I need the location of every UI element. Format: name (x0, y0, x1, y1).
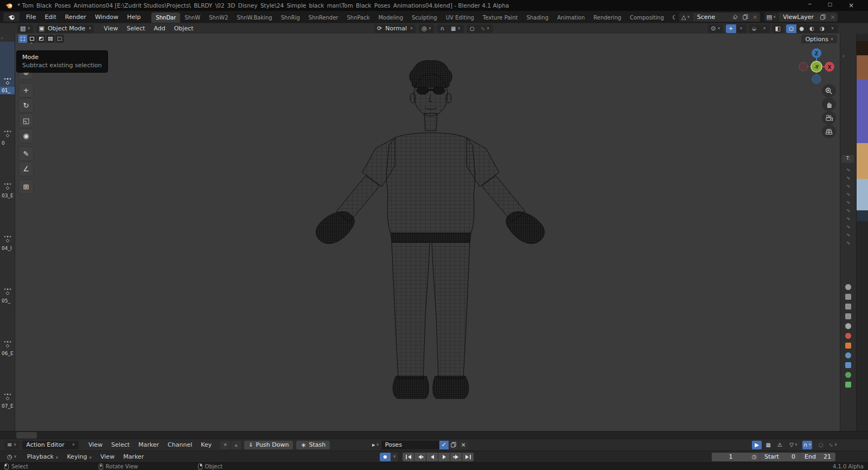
falloff-dropdown[interactable]: ∿∨ (477, 24, 493, 33)
mode-dropdown[interactable]: ▣Object Mode∨ (36, 24, 94, 33)
scene-name[interactable]: Scene (693, 14, 731, 21)
shading-dropdown[interactable]: ∨ (827, 24, 838, 33)
workspace-tab-uvediting[interactable]: UV Editing (442, 12, 478, 23)
snap-dropdown[interactable]: ∩∨ (802, 441, 812, 449)
blender-menu-button[interactable] (3, 12, 20, 22)
pan-button[interactable] (822, 98, 836, 111)
expand-region-arrow[interactable]: › (0, 35, 15, 42)
annotate-tool-button[interactable]: ✎ (18, 146, 34, 161)
workspace-tab-animation[interactable]: Animation (553, 12, 589, 23)
play-button[interactable] (438, 453, 450, 461)
dopesheet-content-strip[interactable] (0, 431, 868, 439)
start-frame-field[interactable]: Start0 (760, 453, 800, 461)
proportional-edit-toggle[interactable]: ○ (816, 441, 826, 449)
action-copy-button[interactable] (449, 441, 458, 449)
workspace-tab-geometrynodes[interactable]: Geometry Nodes (668, 12, 675, 23)
show-hidden-toggle[interactable]: ▦ (763, 441, 773, 449)
keying-set-dropdown[interactable]: ∨ (391, 453, 398, 461)
workspace-tab-modeling[interactable]: Modeling (374, 12, 407, 23)
overlays-dropdown[interactable]: ∨ (760, 24, 770, 33)
only-selected-filter-toggle[interactable]: ▶ (752, 441, 762, 449)
transform-orientation-dropdown[interactable]: ⟳Normal∨ (374, 24, 416, 33)
play-reverse-button[interactable] (426, 453, 438, 461)
dopesheet-channel-box[interactable] (16, 432, 37, 439)
select-mode-new[interactable] (18, 35, 27, 43)
transform-tool-button[interactable]: ◉ (18, 128, 34, 143)
action-name-field[interactable]: Poses (381, 441, 439, 449)
render-tab-icon[interactable] (845, 294, 851, 300)
workspace-tab-shnpack[interactable]: ShnPack (342, 12, 374, 23)
scale-tool-button[interactable]: ◱ (18, 113, 34, 128)
dopesheet-editor-type-button[interactable]: ≡∨ (4, 441, 19, 449)
close-button[interactable]: × (848, 2, 854, 9)
tool-tab-icon[interactable] (845, 284, 851, 290)
constraint-tab-icon[interactable] (845, 372, 851, 378)
show-overlays-toggle[interactable]: ◒ (749, 24, 760, 33)
measure-tool-button[interactable]: ∠ (18, 162, 34, 176)
rotate-tool-button[interactable]: ↻ (18, 98, 34, 113)
pose-asset-item[interactable]: 04_I (0, 199, 15, 252)
workspace-tab-compositing[interactable]: Compositing (626, 12, 668, 23)
dopesheet-mode-dropdown[interactable]: Action Editor∨ (22, 441, 79, 449)
menu-view[interactable]: View (99, 24, 122, 33)
scene-pin-button[interactable] (731, 12, 741, 22)
stash-button[interactable]: ∗Stash (296, 441, 330, 449)
end-frame-field[interactable]: End21 (800, 453, 835, 461)
add-cube-tool-button[interactable]: ⊞ (18, 179, 34, 194)
toggle-ortho-button[interactable] (822, 125, 836, 138)
camera-view-button[interactable] (822, 111, 836, 125)
editor-type-button[interactable]: ▧∨ (17, 24, 33, 33)
shading-rendered-button[interactable]: ◑ (817, 24, 827, 33)
physics-tab-icon[interactable] (845, 362, 851, 368)
output-tab-icon[interactable] (845, 304, 851, 310)
workspace-tab-texturepaint[interactable]: Texture Paint (478, 12, 522, 23)
scene-browse-button[interactable]: △∨ (679, 12, 693, 22)
scene-unlink-button[interactable]: × (750, 12, 760, 22)
menu-view[interactable]: View (84, 440, 107, 450)
menu-marker[interactable]: Marker (119, 452, 148, 462)
proportional-edit-toggle[interactable]: ○ (467, 24, 477, 33)
falloff-dropdown[interactable]: ∿∨ (827, 441, 838, 449)
action-browse-button[interactable]: ▸∨ (370, 441, 381, 449)
pose-asset-item[interactable]: 03_E (0, 147, 15, 199)
fake-user-toggle[interactable]: ✓ (439, 441, 449, 449)
data-tab-icon[interactable] (845, 382, 851, 388)
menu-render[interactable]: Render (61, 12, 91, 22)
pose-asset-item[interactable]: 06_E (0, 305, 15, 357)
menu-object[interactable]: Object (170, 24, 198, 33)
snap-toggle[interactable]: ∩ (437, 24, 448, 33)
scene-copy-button[interactable] (741, 12, 750, 22)
workspace-tab-shnw2[interactable]: ShnW2 (205, 12, 232, 23)
next-layer-button[interactable]: ▲ (231, 441, 241, 449)
menu-key[interactable]: Key (196, 440, 216, 450)
viewlayer-remove-button[interactable]: × (828, 12, 838, 22)
menu-view[interactable]: View (96, 452, 119, 462)
viewlayer-copy-button[interactable] (818, 12, 828, 22)
maximize-button[interactable]: ▢ (827, 2, 832, 9)
move-tool-button[interactable]: + (18, 83, 34, 98)
zoom-button[interactable] (822, 84, 836, 98)
current-frame-field[interactable]: 1 (712, 453, 750, 461)
xray-toggle[interactable]: ◧ (773, 24, 783, 33)
outliner-items[interactable]: ∿∿∿∿∿∿∿∿∿∿ (840, 166, 856, 247)
next-keyframe-button[interactable] (450, 453, 462, 461)
outliner-header[interactable]: T: (842, 155, 854, 163)
workspace-tab-shnwbaking[interactable]: ShnW.Baking (233, 12, 277, 23)
menu-add[interactable]: Add (149, 24, 169, 33)
filter-dropdown[interactable]: ▽∨ (788, 441, 799, 449)
show-gizmo-toggle[interactable]: + (726, 24, 736, 33)
previous-layer-button[interactable]: ▼ (220, 441, 230, 449)
pose-asset-item[interactable]: 05_ (0, 252, 15, 305)
workspace-tab-shnrender[interactable]: ShnRender (304, 12, 343, 23)
workspace-tab-sculpting[interactable]: Sculpting (407, 12, 442, 23)
workspace-tab-shading[interactable]: Shading (522, 12, 553, 23)
menu-file[interactable]: File (22, 12, 40, 22)
menu-window[interactable]: Window (91, 12, 123, 22)
menu-edit[interactable]: Edit (40, 12, 60, 22)
selectability-visibility-dropdown[interactable]: ⊙∨ (708, 24, 723, 33)
world-tab-icon[interactable] (845, 333, 851, 339)
select-mode-intersect[interactable] (55, 35, 64, 43)
viewlayer-browse-button[interactable]: ▤∨ (764, 12, 779, 22)
scene-tab-icon[interactable] (845, 323, 851, 329)
options-button[interactable]: Options ∨ (801, 35, 837, 43)
